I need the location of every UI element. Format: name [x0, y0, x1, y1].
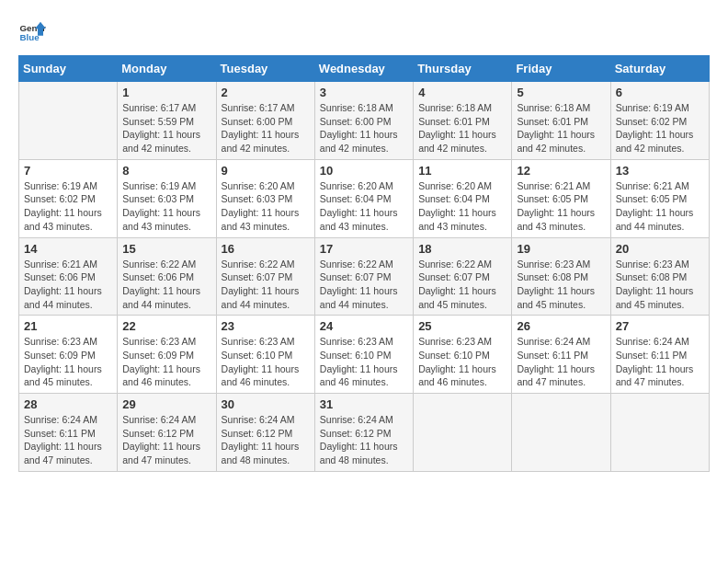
- day-info: Sunrise: 6:21 AMSunset: 6:05 PMDaylight:…: [517, 179, 605, 234]
- day-info: Sunrise: 6:24 AMSunset: 6:11 PMDaylight:…: [517, 335, 605, 389]
- calendar-cell: 25Sunrise: 6:23 AMSunset: 6:10 PMDayligh…: [414, 316, 512, 394]
- day-number: 1: [122, 86, 210, 99]
- week-row-2: 7Sunrise: 6:19 AMSunset: 6:02 PMDaylight…: [19, 159, 710, 237]
- header-day-thursday: Thursday: [414, 56, 512, 82]
- calendar-cell: 28Sunrise: 6:24 AMSunset: 6:11 PMDayligh…: [19, 394, 118, 472]
- day-info: Sunrise: 6:20 AMSunset: 6:04 PMDaylight:…: [418, 179, 506, 234]
- day-number: 14: [24, 242, 112, 256]
- calendar-cell: [610, 394, 709, 472]
- calendar-cell: 5Sunrise: 6:18 AMSunset: 6:01 PMDaylight…: [512, 82, 610, 160]
- day-info: Sunrise: 6:17 AMSunset: 5:59 PMDaylight:…: [122, 101, 210, 155]
- calendar-cell: 12Sunrise: 6:21 AMSunset: 6:05 PMDayligh…: [512, 159, 610, 237]
- day-info: Sunrise: 6:23 AMSunset: 6:09 PMDaylight:…: [122, 335, 210, 389]
- day-info: Sunrise: 6:23 AMSunset: 6:10 PMDaylight:…: [418, 335, 506, 389]
- day-number: 21: [24, 319, 112, 333]
- day-info: Sunrise: 6:22 AMSunset: 6:07 PMDaylight:…: [320, 258, 408, 312]
- day-info: Sunrise: 6:22 AMSunset: 6:07 PMDaylight:…: [222, 258, 310, 312]
- day-info: Sunrise: 6:22 AMSunset: 6:06 PMDaylight:…: [122, 258, 210, 312]
- calendar-cell: 21Sunrise: 6:23 AMSunset: 6:09 PMDayligh…: [19, 316, 118, 394]
- calendar-cell: 1Sunrise: 6:17 AMSunset: 5:59 PMDaylight…: [118, 82, 216, 160]
- calendar-cell: [414, 394, 512, 472]
- day-info: Sunrise: 6:17 AMSunset: 6:00 PMDaylight:…: [222, 101, 310, 155]
- calendar-cell: 11Sunrise: 6:20 AMSunset: 6:04 PMDayligh…: [414, 159, 512, 237]
- day-info: Sunrise: 6:21 AMSunset: 6:06 PMDaylight:…: [24, 258, 112, 312]
- calendar-table: SundayMondayTuesdayWednesdayThursdayFrid…: [18, 55, 710, 472]
- day-info: Sunrise: 6:23 AMSunset: 6:09 PMDaylight:…: [24, 335, 112, 389]
- day-number: 31: [320, 397, 408, 411]
- calendar-cell: 6Sunrise: 6:19 AMSunset: 6:02 PMDaylight…: [610, 82, 709, 160]
- calendar-cell: 24Sunrise: 6:23 AMSunset: 6:10 PMDayligh…: [314, 316, 413, 394]
- day-number: 18: [418, 242, 506, 256]
- day-info: Sunrise: 6:24 AMSunset: 6:11 PMDaylight:…: [616, 335, 704, 389]
- day-info: Sunrise: 6:19 AMSunset: 6:03 PMDaylight:…: [122, 179, 210, 234]
- week-row-4: 21Sunrise: 6:23 AMSunset: 6:09 PMDayligh…: [19, 316, 710, 394]
- header-day-sunday: Sunday: [19, 56, 118, 82]
- calendar-cell: 14Sunrise: 6:21 AMSunset: 6:06 PMDayligh…: [19, 237, 118, 316]
- day-number: 29: [122, 397, 210, 411]
- calendar-cell: 31Sunrise: 6:24 AMSunset: 6:12 PMDayligh…: [314, 394, 413, 472]
- calendar-cell: 16Sunrise: 6:22 AMSunset: 6:07 PMDayligh…: [216, 237, 314, 316]
- week-row-5: 28Sunrise: 6:24 AMSunset: 6:11 PMDayligh…: [19, 394, 710, 472]
- calendar-cell: 20Sunrise: 6:23 AMSunset: 6:08 PMDayligh…: [610, 237, 709, 316]
- day-number: 20: [616, 242, 704, 256]
- day-number: 24: [320, 319, 408, 333]
- calendar-cell: 2Sunrise: 6:17 AMSunset: 6:00 PMDaylight…: [216, 82, 314, 160]
- day-info: Sunrise: 6:20 AMSunset: 6:04 PMDaylight:…: [320, 179, 408, 234]
- week-row-1: 1Sunrise: 6:17 AMSunset: 5:59 PMDaylight…: [19, 82, 710, 160]
- header-day-wednesday: Wednesday: [314, 56, 413, 82]
- calendar-cell: 17Sunrise: 6:22 AMSunset: 6:07 PMDayligh…: [314, 237, 413, 316]
- day-number: 9: [222, 164, 310, 178]
- day-info: Sunrise: 6:24 AMSunset: 6:12 PMDaylight:…: [320, 413, 408, 467]
- calendar-cell: 27Sunrise: 6:24 AMSunset: 6:11 PMDayligh…: [610, 316, 709, 394]
- day-info: Sunrise: 6:23 AMSunset: 6:08 PMDaylight:…: [517, 258, 605, 312]
- calendar-cell: [512, 394, 610, 472]
- day-info: Sunrise: 6:18 AMSunset: 6:00 PMDaylight:…: [320, 101, 408, 155]
- calendar-cell: 30Sunrise: 6:24 AMSunset: 6:12 PMDayligh…: [216, 394, 314, 472]
- day-number: 15: [122, 242, 210, 256]
- day-number: 13: [616, 164, 704, 178]
- calendar-cell: 8Sunrise: 6:19 AMSunset: 6:03 PMDaylight…: [118, 159, 216, 237]
- calendar-cell: [19, 82, 118, 160]
- day-info: Sunrise: 6:18 AMSunset: 6:01 PMDaylight:…: [517, 101, 605, 155]
- header-day-saturday: Saturday: [610, 56, 709, 82]
- day-info: Sunrise: 6:20 AMSunset: 6:03 PMDaylight:…: [222, 179, 310, 234]
- header-day-tuesday: Tuesday: [216, 56, 314, 82]
- week-row-3: 14Sunrise: 6:21 AMSunset: 6:06 PMDayligh…: [19, 237, 710, 316]
- day-info: Sunrise: 6:24 AMSunset: 6:12 PMDaylight:…: [222, 413, 310, 467]
- day-number: 5: [517, 86, 605, 99]
- day-number: 17: [320, 242, 408, 256]
- day-number: 26: [517, 319, 605, 333]
- day-number: 27: [616, 319, 704, 333]
- calendar-cell: 4Sunrise: 6:18 AMSunset: 6:01 PMDaylight…: [414, 82, 512, 160]
- calendar-cell: 18Sunrise: 6:22 AMSunset: 6:07 PMDayligh…: [414, 237, 512, 316]
- day-number: 12: [517, 164, 605, 178]
- day-number: 30: [222, 397, 310, 411]
- day-number: 2: [222, 86, 310, 99]
- calendar-cell: 15Sunrise: 6:22 AMSunset: 6:06 PMDayligh…: [118, 237, 216, 316]
- calendar-cell: 7Sunrise: 6:19 AMSunset: 6:02 PMDaylight…: [19, 159, 118, 237]
- header-day-friday: Friday: [512, 56, 610, 82]
- calendar-cell: 9Sunrise: 6:20 AMSunset: 6:03 PMDaylight…: [216, 159, 314, 237]
- calendar-cell: 3Sunrise: 6:18 AMSunset: 6:00 PMDaylight…: [314, 82, 413, 160]
- day-number: 28: [24, 397, 112, 411]
- calendar-cell: 19Sunrise: 6:23 AMSunset: 6:08 PMDayligh…: [512, 237, 610, 316]
- day-number: 3: [320, 86, 408, 99]
- day-number: 19: [517, 242, 605, 256]
- day-info: Sunrise: 6:19 AMSunset: 6:02 PMDaylight:…: [24, 179, 112, 234]
- calendar-cell: 22Sunrise: 6:23 AMSunset: 6:09 PMDayligh…: [118, 316, 216, 394]
- day-number: 25: [418, 319, 506, 333]
- day-info: Sunrise: 6:19 AMSunset: 6:02 PMDaylight:…: [616, 101, 704, 155]
- day-number: 11: [418, 164, 506, 178]
- day-number: 22: [122, 319, 210, 333]
- calendar-cell: 13Sunrise: 6:21 AMSunset: 6:05 PMDayligh…: [610, 159, 709, 237]
- day-info: Sunrise: 6:23 AMSunset: 6:08 PMDaylight:…: [616, 258, 704, 312]
- calendar-cell: 10Sunrise: 6:20 AMSunset: 6:04 PMDayligh…: [314, 159, 413, 237]
- day-info: Sunrise: 6:23 AMSunset: 6:10 PMDaylight:…: [222, 335, 310, 389]
- day-info: Sunrise: 6:24 AMSunset: 6:11 PMDaylight:…: [24, 413, 112, 467]
- day-number: 10: [320, 164, 408, 178]
- day-number: 16: [222, 242, 310, 256]
- day-number: 6: [616, 86, 704, 99]
- day-info: Sunrise: 6:24 AMSunset: 6:12 PMDaylight:…: [122, 413, 210, 467]
- day-number: 8: [122, 164, 210, 178]
- day-info: Sunrise: 6:23 AMSunset: 6:10 PMDaylight:…: [320, 335, 408, 389]
